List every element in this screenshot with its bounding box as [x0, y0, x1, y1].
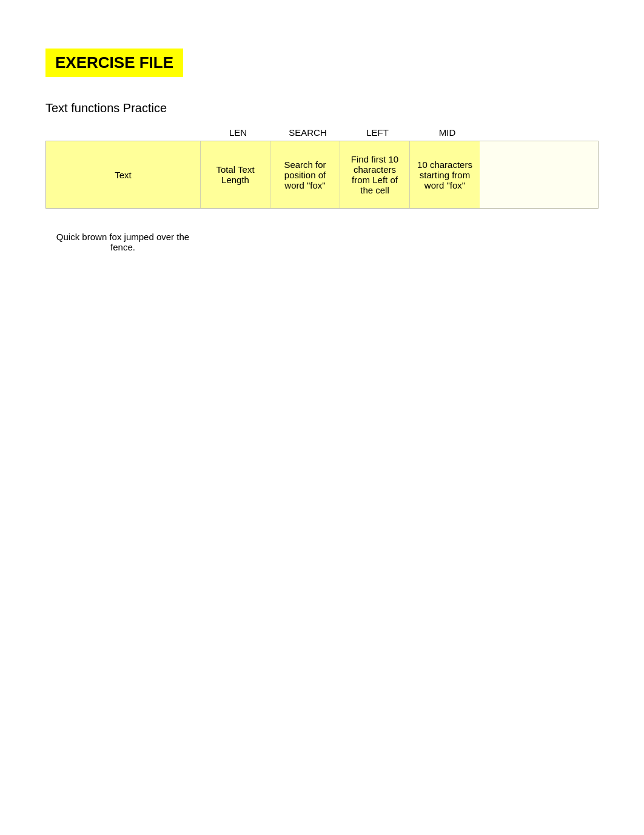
- table-cell-mid: 10 characters starting from word "fox": [410, 141, 480, 208]
- table-cell-mid-label: 10 characters starting from word "fox": [416, 159, 474, 190]
- table-cell-text-label: Text: [115, 170, 132, 180]
- table-cell-left-label: Find first 10 characters from Left of th…: [346, 154, 403, 195]
- page-subtitle: Text functions Practice: [45, 101, 599, 115]
- title-box: EXERCISE FILE: [45, 49, 183, 77]
- header-labels-row: LEN SEARCH LEFT MID: [45, 127, 599, 138]
- table-cell-len-label: Total Text Length: [207, 164, 264, 185]
- data-text-value: Quick brown fox jumped over the fence.: [45, 227, 200, 257]
- header-search: SEARCH: [273, 127, 343, 138]
- table-cell-text: Text: [46, 141, 201, 208]
- header-left: LEFT: [343, 127, 412, 138]
- table-container: Text Total Text Length Search for positi…: [45, 141, 599, 209]
- table-cell-search: Search for position of word "fox": [270, 141, 340, 208]
- table-cell-left: Find first 10 characters from Left of th…: [340, 141, 410, 208]
- header-len: LEN: [203, 127, 273, 138]
- data-row: Quick brown fox jumped over the fence.: [45, 227, 599, 257]
- table-cell-len: Total Text Length: [201, 141, 270, 208]
- header-mid: MID: [412, 127, 482, 138]
- page-title: EXERCISE FILE: [55, 53, 173, 72]
- table-cell-search-label: Search for position of word "fox": [277, 159, 334, 190]
